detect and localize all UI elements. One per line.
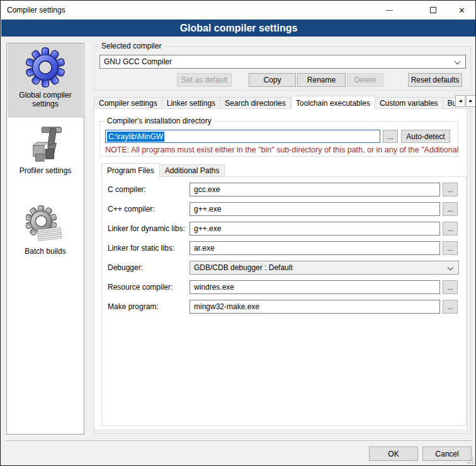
debugger-label: Debugger: — [108, 263, 143, 272]
program-files-tabs: Program Files Additional Paths — [101, 162, 225, 177]
c-compiler-label: C compiler: — [108, 185, 146, 194]
ok-button[interactable]: OK — [369, 446, 418, 461]
cpp-compiler-label: C++ compiler: — [108, 205, 155, 213]
cpp-compiler-value: g++.exe — [194, 205, 221, 213]
resize-grip[interactable] — [467, 457, 473, 463]
maximize-button[interactable] — [419, 1, 448, 20]
linker-static-input[interactable]: ar.exe — [190, 241, 440, 255]
compiler-settings-dialog: Compiler settings ✕ Global compiler sett… — [0, 0, 476, 466]
rename-button[interactable]: Rename — [297, 73, 346, 87]
tab-build-options[interactable]: Build options — [443, 97, 455, 109]
tab-scroll-left-button[interactable]: ◄ — [455, 95, 465, 107]
sidebar-item-label: Batch builds — [8, 247, 83, 256]
gray-gear-papers-icon — [26, 205, 65, 245]
chevron-down-icon — [448, 264, 454, 271]
make-program-browse-button[interactable]: ... — [443, 300, 458, 314]
bin-subdirectory-note: NOTE: All programs must exist either in … — [105, 145, 469, 154]
c-compiler-browse-button[interactable]: ... — [443, 183, 458, 196]
tab-linker-settings[interactable]: Linker settings — [162, 97, 220, 109]
browse-directory-button[interactable]: ... — [383, 130, 398, 143]
c-compiler-value: gcc.exe — [194, 185, 220, 194]
compiler-select-value: GNU GCC Compiler — [104, 57, 172, 66]
make-program-label: Make program: — [108, 302, 159, 311]
dialog-banner: Global compiler settings — [1, 20, 476, 37]
tab-search-directories[interactable]: Search directories — [220, 97, 291, 109]
installation-directory-input[interactable]: C:\raylib\MinGW — [105, 130, 380, 143]
installation-directory-legend: Compiler's installation directory — [105, 116, 213, 125]
make-program-input[interactable]: mingw32-make.exe — [190, 300, 440, 314]
resource-compiler-input[interactable]: windres.exe — [190, 280, 440, 294]
minimize-icon — [386, 10, 393, 11]
settings-category-list: Global compiler settings Profiler settin… — [6, 43, 84, 435]
linker-dynamic-label: Linker for dynamic libs: — [108, 224, 185, 233]
tab-program-files[interactable]: Program Files — [101, 163, 160, 178]
auto-detect-button[interactable]: Auto-detect — [401, 130, 450, 143]
footer-divider — [6, 440, 472, 441]
linker-static-browse-button[interactable]: ... — [443, 241, 458, 255]
sidebar-item-label: Global compiler settings — [8, 91, 83, 108]
linker-static-value: ar.exe — [194, 244, 215, 253]
title-bar[interactable]: Compiler settings ✕ — [1, 1, 475, 20]
reset-defaults-button[interactable]: Reset defaults — [408, 73, 462, 87]
selected-compiler-legend: Selected compiler — [99, 42, 163, 50]
tab-toolchain-executables[interactable]: Toolchain executables — [291, 96, 375, 109]
resource-compiler-browse-button[interactable]: ... — [443, 280, 458, 294]
linker-dynamic-browse-button[interactable]: ... — [443, 222, 458, 236]
sidebar-item-label: Profiler settings — [8, 166, 83, 175]
cpp-compiler-input[interactable]: g++.exe — [190, 202, 440, 216]
settings-tabs: Compiler settings Linker settings Search… — [94, 95, 455, 109]
make-program-value: mingw32-make.exe — [194, 302, 259, 311]
resource-compiler-label: Resource compiler: — [108, 283, 173, 292]
tab-scroll-right-button[interactable]: ► — [466, 95, 476, 107]
debugger-select[interactable]: GDB/CDB debugger : Default — [190, 261, 459, 275]
close-icon: ✕ — [458, 6, 465, 14]
tab-custom-variables[interactable]: Custom variables — [375, 97, 443, 109]
installation-directory-value: C:\raylib\MinGW — [107, 132, 164, 142]
cpp-compiler-browse-button[interactable]: ... — [443, 202, 458, 216]
copy-button[interactable]: Copy — [249, 73, 296, 87]
cancel-button[interactable]: Cancel — [422, 446, 472, 461]
caliper-icon — [26, 124, 65, 164]
arrow-right-icon: ► — [468, 98, 473, 104]
compiler-select[interactable]: GNU GCC Compiler — [99, 55, 466, 69]
sidebar-item-global-compiler-settings[interactable]: Global compiler settings — [8, 43, 83, 118]
linker-dynamic-value: g++.exe — [194, 224, 221, 233]
c-compiler-input[interactable]: gcc.exe — [190, 183, 440, 196]
resource-compiler-value: windres.exe — [194, 283, 234, 292]
blue-gear-icon — [26, 47, 65, 89]
close-button[interactable]: ✕ — [448, 1, 476, 20]
window-title: Compiler settings — [7, 6, 65, 14]
linker-static-label: Linker for static libs: — [108, 244, 174, 253]
banner-title: Global compiler settings — [180, 23, 298, 34]
sidebar-item-batch-builds[interactable]: Batch builds — [8, 201, 83, 271]
set-as-default-button[interactable]: Set as default — [177, 73, 232, 87]
minimize-button[interactable] — [375, 1, 404, 20]
chevron-down-icon — [455, 59, 461, 65]
linker-dynamic-input[interactable]: g++.exe — [190, 222, 440, 236]
sidebar-item-profiler-settings[interactable]: Profiler settings — [8, 120, 83, 191]
delete-button[interactable]: Delete — [347, 73, 383, 87]
debugger-value: GDB/CDB debugger : Default — [194, 263, 293, 272]
arrow-left-icon: ◄ — [458, 98, 463, 104]
maximize-icon — [430, 7, 436, 13]
tab-additional-paths[interactable]: Additional Paths — [160, 164, 225, 177]
tab-compiler-settings[interactable]: Compiler settings — [94, 97, 162, 109]
